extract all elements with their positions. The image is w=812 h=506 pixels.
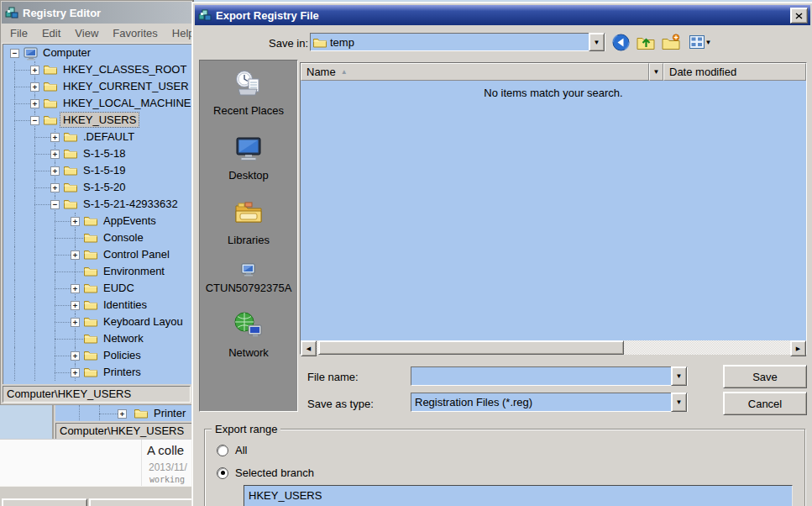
tree-row[interactable]: −HKEY_USERS: [3, 112, 191, 129]
tree-row[interactable]: + Printer: [55, 405, 193, 422]
expand-plus-icon[interactable]: +: [71, 301, 80, 310]
tree-label[interactable]: Printer: [151, 406, 188, 420]
up-one-level-button[interactable]: [636, 33, 656, 51]
back-button[interactable]: [610, 33, 631, 51]
tree-row[interactable]: Network: [3, 330, 191, 347]
tree-row[interactable]: +S-1-5-20: [3, 179, 191, 196]
tree-label[interactable]: S-1-5-19: [81, 163, 128, 177]
chevron-down-icon[interactable]: ▼: [671, 393, 687, 412]
tree-row[interactable]: +HKEY_LOCAL_MACHINE: [3, 95, 191, 112]
expand-plus-icon[interactable]: +: [71, 368, 80, 377]
expand-plus-icon[interactable]: +: [50, 133, 60, 142]
chevron-down-icon[interactable]: ▼: [589, 33, 605, 51]
tree-row[interactable]: +Identities: [3, 297, 191, 314]
horizontal-scrollbar[interactable]: ◀ ▶: [301, 340, 806, 355]
folder-icon: [64, 131, 77, 145]
tree-row[interactable]: +HKEY_CURRENT_USER: [3, 78, 191, 95]
tree-row[interactable]: Console: [3, 229, 191, 246]
column-filter-button[interactable]: ▼: [649, 63, 663, 81]
new-folder-button[interactable]: [661, 33, 681, 51]
expand-plus-icon[interactable]: +: [30, 66, 39, 75]
chevron-down-icon[interactable]: ▼: [671, 366, 687, 386]
expand-plus-icon[interactable]: +: [50, 183, 60, 192]
radio-selected-branch[interactable]: Selected branch: [217, 466, 314, 479]
menu-item-view[interactable]: View: [75, 27, 98, 40]
tree-row[interactable]: +EUDC: [3, 280, 191, 297]
tree-row[interactable]: Environment: [3, 263, 191, 280]
tree-row[interactable]: +S-1-5-18: [3, 145, 191, 162]
collapse-minus-icon[interactable]: −: [30, 116, 39, 125]
tree-label[interactable]: HKEY_CURRENT_USER: [60, 79, 191, 93]
sidebar-item-desktop[interactable]: Desktop: [202, 134, 296, 182]
title-bar: Registry Editor: [2, 2, 194, 24]
collapse-minus-icon[interactable]: −: [50, 200, 60, 209]
taskbar-button[interactable]: [2, 498, 87, 506]
sidebar-item-network[interactable]: Network: [202, 311, 296, 359]
expand-plus-icon[interactable]: +: [30, 99, 39, 108]
save-button[interactable]: Save: [723, 365, 807, 388]
expand-plus-icon[interactable]: +: [71, 250, 80, 260]
tree-row[interactable]: −S-1-5-21-42933632: [3, 196, 191, 213]
scroll-left-icon[interactable]: ◀: [301, 340, 317, 356]
sidebar-item-recent-places[interactable]: Recent Places: [202, 69, 296, 117]
column-header-name[interactable]: Name ▲: [301, 63, 649, 81]
menu-item-favorites[interactable]: Favorites: [113, 27, 157, 40]
tree-label[interactable]: Control Panel: [101, 247, 172, 261]
tree-row[interactable]: +AppEvents: [3, 213, 191, 229]
expand-plus-icon[interactable]: +: [50, 166, 60, 176]
save-in-combobox[interactable]: temp ▼: [310, 33, 605, 51]
scrollbar-track[interactable]: [317, 340, 790, 355]
collapse-minus-icon[interactable]: −: [10, 49, 19, 58]
expand-plus-icon[interactable]: +: [50, 150, 60, 159]
menu-item-edit[interactable]: Edit: [42, 27, 60, 40]
cancel-button[interactable]: Cancel: [723, 392, 807, 415]
expand-plus-icon[interactable]: +: [71, 217, 80, 226]
tree-label[interactable]: Environment: [101, 264, 167, 278]
expand-plus-icon[interactable]: +: [118, 409, 127, 419]
tree-label[interactable]: Console: [101, 230, 146, 245]
radio-icon[interactable]: [217, 445, 228, 456]
tree-label[interactable]: Policies: [101, 348, 144, 362]
column-header-date-modified[interactable]: Date modified: [663, 63, 806, 81]
tree-label[interactable]: Computer: [40, 45, 93, 60]
tree-label[interactable]: S-1-5-21-42933632: [81, 197, 181, 211]
save-as-type-combobox[interactable]: Registration Files (*.reg) ▼: [411, 393, 688, 412]
tree-label[interactable]: Printers: [101, 365, 144, 379]
radio-icon[interactable]: [217, 467, 228, 479]
tree-label[interactable]: .DEFAULT: [81, 129, 137, 144]
tree-label[interactable]: Identities: [101, 298, 149, 312]
tree-row[interactable]: +.DEFAULT: [3, 129, 191, 145]
radio-all[interactable]: All: [217, 444, 247, 456]
tree-row[interactable]: +Control Panel: [3, 246, 191, 263]
tree-row[interactable]: −Computer: [3, 45, 191, 61]
expand-plus-icon[interactable]: +: [71, 351, 80, 361]
sidebar-item-ctun50792375a[interactable]: CTUN50792375A: [202, 263, 296, 294]
scroll-right-icon[interactable]: ▶: [790, 340, 806, 356]
taskbar-button[interactable]: [89, 498, 193, 506]
tree-row[interactable]: +Keyboard Layou: [3, 314, 191, 330]
file-name-combobox[interactable]: ▼: [411, 366, 688, 386]
tree-row[interactable]: +Printers: [3, 364, 191, 381]
tree-label[interactable]: EUDC: [101, 281, 137, 295]
tree-row[interactable]: +S-1-5-19: [3, 162, 191, 179]
tree-label[interactable]: HKEY_LOCAL_MACHINE: [60, 96, 192, 110]
tree-label[interactable]: HKEY_USERS: [60, 113, 139, 127]
tree-label[interactable]: Keyboard Layou: [101, 314, 186, 329]
tree-row[interactable]: +HKEY_CLASSES_ROOT: [3, 61, 191, 78]
divider: [141, 440, 142, 487]
sidebar-item-libraries[interactable]: Libraries: [202, 198, 296, 246]
tree-label[interactable]: AppEvents: [101, 213, 159, 228]
selected-branch-input[interactable]: HKEY_USERS: [244, 485, 793, 506]
expand-plus-icon[interactable]: +: [30, 82, 39, 92]
tree-label[interactable]: S-1-5-18: [81, 146, 128, 161]
expand-plus-icon[interactable]: +: [71, 318, 80, 327]
menu-item-file[interactable]: File: [10, 27, 28, 40]
expand-plus-icon[interactable]: +: [71, 284, 80, 293]
close-button[interactable]: [790, 8, 808, 24]
tree-label[interactable]: Network: [101, 331, 146, 345]
tree-row[interactable]: +Policies: [3, 347, 191, 364]
scrollbar-thumb[interactable]: [318, 340, 624, 355]
views-menu-button[interactable]: ▼: [686, 33, 715, 51]
tree-label[interactable]: S-1-5-20: [81, 180, 128, 194]
tree-label[interactable]: HKEY_CLASSES_ROOT: [60, 62, 189, 76]
